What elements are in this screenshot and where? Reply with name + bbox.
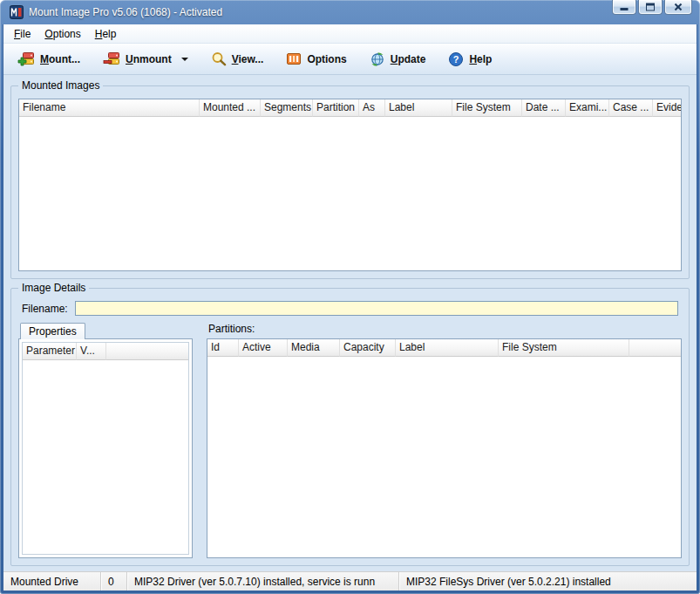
column-segments[interactable]: Segments	[261, 99, 313, 117]
filename-row: Filename:	[22, 301, 678, 316]
menu-file[interactable]: File	[7, 26, 37, 42]
mount-button[interactable]: Mount...	[8, 46, 90, 72]
status-filesys-driver: MIP32 FileSys Driver (ver 5.0.2.21) inst…	[399, 572, 697, 591]
view-icon	[211, 51, 227, 66]
mount-accel: M	[40, 53, 49, 65]
column-file-system[interactable]: File System	[452, 99, 522, 117]
app-icon	[10, 5, 24, 19]
column-value[interactable]: V...	[77, 343, 106, 360]
menu-options[interactable]: Options	[37, 26, 87, 42]
unmount-button[interactable]: Unmount	[93, 46, 198, 72]
image-details-group-label: Image Details	[18, 282, 89, 295]
close-button[interactable]	[664, 0, 692, 15]
update-button[interactable]: Update	[360, 46, 436, 72]
column-case[interactable]: Case ...	[609, 99, 653, 117]
menu-options-label: Options	[44, 28, 80, 40]
status-mounted-drive-count: 0	[101, 572, 127, 591]
help-accel: H	[469, 53, 477, 65]
window-title: Mount Image Pro v5.06 (1068) - Activated	[29, 6, 222, 18]
title-bar[interactable]: Mount Image Pro v5.06 (1068) - Activated	[3, 0, 697, 24]
properties-header: Parameter V...	[23, 343, 188, 360]
update-rest: pdate	[398, 53, 425, 65]
mounted-images-group-label: Mounted Images	[18, 79, 103, 92]
column-evidence[interactable]: Evide...	[653, 99, 681, 117]
column-media[interactable]: Media	[288, 339, 340, 357]
column-examiner[interactable]: Exami...	[566, 99, 609, 117]
partitions-list[interactable]: Id Active Media Capacity Label File Syst…	[207, 338, 682, 558]
mounted-images-body[interactable]	[19, 117, 681, 270]
properties-header-filler	[106, 343, 188, 360]
tab-properties[interactable]: Properties	[20, 323, 85, 339]
partitions-pane: Partitions: Id Active Media Capacity Lab…	[207, 323, 682, 558]
menu-help-rest: elp	[102, 28, 116, 40]
column-mounted[interactable]: Mounted ...	[200, 99, 261, 117]
update-button-label: Update	[391, 53, 426, 65]
view-button-label: View...	[232, 53, 264, 65]
view-rest: iew...	[238, 53, 263, 65]
maximize-icon	[646, 3, 655, 11]
help-button-label: Help	[469, 53, 492, 65]
horizontal-splitter[interactable]	[3, 279, 697, 288]
maximize-button[interactable]	[638, 0, 663, 15]
column-active[interactable]: Active	[239, 339, 288, 357]
mount-rest: ount...	[49, 53, 80, 65]
column-partition[interactable]: Partition	[313, 99, 359, 117]
help-icon: ?	[448, 51, 464, 67]
mounted-images-list[interactable]: Filename Mounted ... Segments Partition …	[18, 99, 682, 271]
close-icon	[674, 3, 683, 11]
client-area: File Options Help Mount...	[3, 24, 697, 591]
properties-list[interactable]: Parameter V...	[22, 342, 189, 555]
column-filename[interactable]: Filename	[19, 99, 200, 117]
mount-icon	[17, 51, 35, 66]
menu-file-label: File	[14, 28, 31, 40]
details-row: Properties Parameter V...	[18, 323, 682, 558]
menu-file-rest: ile	[20, 28, 31, 40]
svg-text:?: ?	[453, 54, 459, 65]
status-mip32-driver: MIP32 Driver (ver 5.0.7.10) installed, s…	[127, 572, 399, 591]
unmount-button-label: Unmount	[126, 53, 172, 65]
properties-body[interactable]	[23, 360, 188, 554]
partitions-header: Id Active Media Capacity Label File Syst…	[207, 339, 681, 357]
options-icon	[286, 51, 302, 66]
menu-options-rest: ptions	[53, 28, 81, 40]
properties-tabstrip: Properties	[18, 323, 193, 339]
window-controls	[612, 0, 692, 15]
help-button[interactable]: ? Help	[438, 46, 501, 72]
options-button-label: Options	[307, 53, 346, 65]
minimize-icon	[621, 8, 629, 10]
minimize-button[interactable]	[612, 0, 636, 15]
status-bar: Mounted Drive 0 MIP32 Driver (ver 5.0.7.…	[3, 571, 697, 591]
menu-bar: File Options Help	[3, 24, 697, 44]
mounted-images-header: Filename Mounted ... Segments Partition …	[19, 99, 681, 117]
column-partition-label[interactable]: Label	[396, 339, 499, 357]
unmount-rest: nmount	[133, 53, 172, 65]
unmount-icon	[103, 51, 120, 66]
properties-pane: Properties Parameter V...	[18, 323, 193, 558]
content-area: Mounted Images Filename Mounted ... Segm…	[3, 75, 697, 571]
column-label[interactable]: Label	[385, 99, 452, 117]
column-parameter[interactable]: Parameter	[23, 343, 77, 360]
image-details-group: Image Details Filename: Properties	[10, 288, 690, 566]
menu-help-label: Help	[95, 28, 117, 40]
partitions-label: Partitions:	[207, 323, 682, 338]
mounted-images-group: Mounted Images Filename Mounted ... Segm…	[10, 85, 690, 279]
options-button[interactable]: Options	[276, 46, 356, 72]
unmount-dropdown-arrow[interactable]	[181, 58, 188, 61]
menu-help[interactable]: Help	[88, 26, 124, 42]
vertical-splitter[interactable]	[193, 323, 207, 558]
status-mounted-drive-label: Mounted Drive	[3, 572, 101, 591]
column-capacity[interactable]: Capacity	[340, 339, 396, 357]
column-id[interactable]: Id	[207, 339, 239, 357]
filename-input[interactable]	[75, 301, 678, 316]
column-date[interactable]: Date ...	[522, 99, 566, 117]
view-button[interactable]: View...	[201, 46, 274, 72]
options-rest: Options	[307, 53, 346, 65]
help-rest: elp	[477, 53, 492, 65]
unmount-accel: U	[126, 53, 133, 65]
partitions-body[interactable]	[207, 357, 681, 557]
column-as[interactable]: As	[359, 99, 385, 117]
mount-button-label: Mount...	[40, 53, 80, 65]
filename-label: Filename:	[22, 303, 68, 315]
app-window: Mount Image Pro v5.06 (1068) - Activated…	[0, 0, 700, 594]
column-partition-file-system[interactable]: File System	[499, 339, 629, 357]
